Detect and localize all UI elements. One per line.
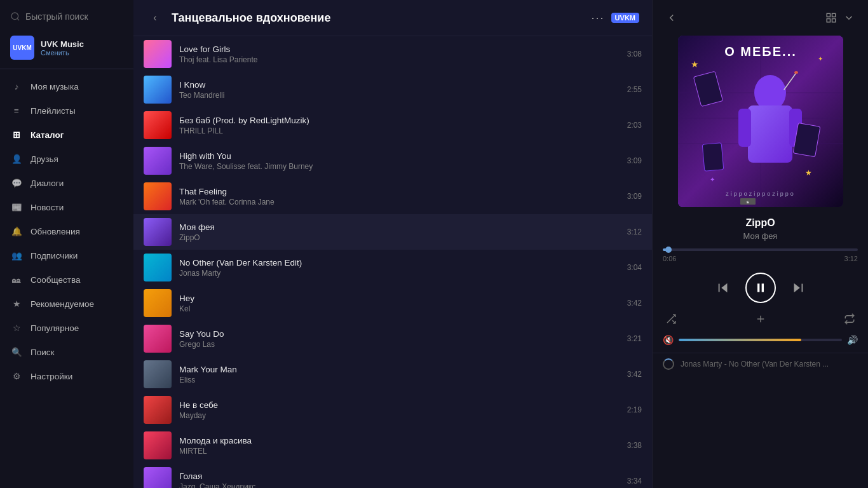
player-track-song: Моя фея xyxy=(663,231,858,241)
svg-rect-2 xyxy=(827,13,830,17)
track-thumbnail xyxy=(144,325,172,353)
back-button[interactable]: ‹ xyxy=(146,9,164,27)
track-title: That Feeling xyxy=(179,187,620,196)
track-item[interactable]: Hey Kel 3:42 xyxy=(133,285,652,321)
sidebar-item-playlists[interactable]: ≡ Плейлисты xyxy=(0,98,133,123)
expand-button[interactable] xyxy=(822,9,840,27)
main-content: ‹ Танцевальное вдохновение ··· UVKM Love… xyxy=(133,0,652,488)
track-artist: Teo Mandrelli xyxy=(179,91,620,100)
track-info: I Know Teo Mandrelli xyxy=(179,80,620,100)
sidebar-item-recommended[interactable]: ★ Рекомендуемое xyxy=(0,292,133,316)
search-nav-icon: 🔍 xyxy=(10,346,23,358)
sidebar-item-label: Каталог xyxy=(31,130,64,140)
list-icon: ≡ xyxy=(10,104,23,117)
track-artist: Eliss xyxy=(179,376,620,384)
repeat-button[interactable] xyxy=(844,313,855,327)
svg-rect-30 xyxy=(757,283,759,292)
svg-rect-3 xyxy=(832,13,836,17)
volume-fill xyxy=(679,339,801,341)
shuffle-button[interactable] xyxy=(665,313,677,327)
next-track-button[interactable] xyxy=(791,281,805,295)
track-duration: 3:34 xyxy=(627,477,642,485)
sidebar-item-my-music[interactable]: ♪ Моя музыка xyxy=(0,74,133,98)
track-info: Mark Your Man Eliss xyxy=(179,365,620,384)
newspaper-icon: 📰 xyxy=(10,201,23,214)
more-options-button[interactable]: ··· xyxy=(592,11,605,25)
sidebar-item-dialogs[interactable]: 💬 Диалоги xyxy=(0,171,133,195)
track-duration: 3:04 xyxy=(627,263,642,272)
sidebar-item-label: Сообщества xyxy=(31,275,80,285)
sidebar-item-popular[interactable]: ☆ Популярное xyxy=(0,316,133,340)
prev-track-button[interactable] xyxy=(716,281,730,295)
switch-account-link[interactable]: Сменить xyxy=(41,49,84,57)
svg-text:✦: ✦ xyxy=(818,55,823,62)
track-info: Молода и красива MIRTEL xyxy=(179,436,620,456)
grid-icon: ⊞ xyxy=(10,128,23,141)
track-item[interactable]: Mark Your Man Eliss 3:42 xyxy=(133,356,652,392)
track-item[interactable]: Не в себе Mayday 2:19 xyxy=(133,392,652,428)
track-item[interactable]: Без баб (Prod. by RedLightMuzik) THRILL … xyxy=(133,107,652,143)
track-info: Голая Jazq, Саша Хендрикс xyxy=(179,471,620,489)
track-artist: Mark 'Oh feat. Corinna Jane xyxy=(179,198,620,207)
header-actions: ··· UVKM xyxy=(592,11,639,25)
sidebar-item-label: Популярное xyxy=(31,323,79,333)
sidebar-item-label: Подписчики xyxy=(31,251,78,261)
search-placeholder: Быстрый поиск xyxy=(25,11,88,22)
playlist-title: Танцевальное вдохновение xyxy=(172,11,584,25)
sidebar-item-updates[interactable]: 🔔 Обновления xyxy=(0,219,133,243)
track-thumbnail xyxy=(144,254,172,281)
track-info: Моя фея ZippO xyxy=(179,222,620,242)
sidebar-item-catalog[interactable]: ⊞ Каталог xyxy=(0,123,133,147)
next-up-bar[interactable]: Jonas Marty - No Other (Van Der Karsten … xyxy=(653,353,868,375)
volume-on-icon: 🔊 xyxy=(847,335,858,345)
sidebar-item-news[interactable]: 📰 Новости xyxy=(0,195,133,219)
progress-bar[interactable] xyxy=(663,248,858,251)
track-duration: 2:03 xyxy=(627,121,642,130)
svg-rect-4 xyxy=(827,19,830,22)
player-progress[interactable]: 0:06 3:12 xyxy=(653,248,868,268)
search-bar[interactable]: Быстрый поиск xyxy=(0,8,133,30)
track-info: That Feeling Mark 'Oh feat. Corinna Jane xyxy=(179,187,620,207)
track-item[interactable]: Голая Jazq, Саша Хендрикс 3:34 xyxy=(133,463,652,488)
add-to-library-button[interactable] xyxy=(755,313,766,327)
track-item[interactable]: No Other (Van Der Karsten Edit) Jonas Ma… xyxy=(133,250,652,285)
sidebar-item-settings[interactable]: ⚙ Настройки xyxy=(0,364,133,388)
svg-rect-5 xyxy=(832,19,836,22)
sidebar-item-label: Друзья xyxy=(31,154,58,164)
track-title: Mark Your Man xyxy=(179,365,620,374)
updates-icon: 🔔 xyxy=(10,225,23,238)
track-item[interactable]: That Feeling Mark 'Oh feat. Corinna Jane… xyxy=(133,179,652,214)
track-item[interactable]: Моя фея ZippO 3:12 xyxy=(133,214,652,250)
pause-button[interactable] xyxy=(745,273,776,303)
track-artist: Kel xyxy=(179,304,620,313)
music-note-icon: ♪ xyxy=(10,80,23,93)
track-title: High with You xyxy=(179,151,620,161)
track-duration: 3:09 xyxy=(627,156,642,165)
svg-rect-17 xyxy=(702,143,724,171)
track-item[interactable]: Say You Do Grego Las 3:21 xyxy=(133,321,652,356)
gear-icon: ⚙ xyxy=(10,370,23,383)
community-icon: 🏘 xyxy=(10,273,23,286)
repeat-icon xyxy=(844,313,855,325)
player-top-controls xyxy=(653,0,868,36)
player-track-info: ZippO Моя фея xyxy=(653,217,868,248)
profile-info: UVK Music Сменить xyxy=(41,39,84,57)
sidebar-item-subscribers[interactable]: 👥 Подписчики xyxy=(0,243,133,268)
sidebar-item-search[interactable]: 🔍 Поиск xyxy=(0,340,133,364)
sidebar-item-friends[interactable]: 👤 Друзья xyxy=(0,147,133,171)
pause-icon xyxy=(754,281,767,294)
svg-text:zippozippozippo: zippozippozippo xyxy=(726,191,796,197)
track-item[interactable]: I Know Teo Mandrelli 2:55 xyxy=(133,72,652,107)
track-title: Моя фея xyxy=(179,222,620,232)
sidebar-item-communities[interactable]: 🏘 Сообщества xyxy=(0,268,133,292)
track-item[interactable]: Love for Girls Thoj feat. Lisa Pariente … xyxy=(133,36,652,72)
track-info: High with You The Ware, Soulisse feat. J… xyxy=(179,151,620,171)
track-item[interactable]: High with You The Ware, Soulisse feat. J… xyxy=(133,143,652,179)
chevron-down-button[interactable] xyxy=(840,9,858,27)
player-back-button[interactable] xyxy=(663,9,681,27)
plus-icon xyxy=(755,313,766,325)
progress-dot xyxy=(665,247,672,253)
volume-bar[interactable] xyxy=(679,339,842,341)
track-item[interactable]: Молода и красива MIRTEL 3:38 xyxy=(133,428,652,463)
track-artist: THRILL PILL xyxy=(179,126,620,135)
